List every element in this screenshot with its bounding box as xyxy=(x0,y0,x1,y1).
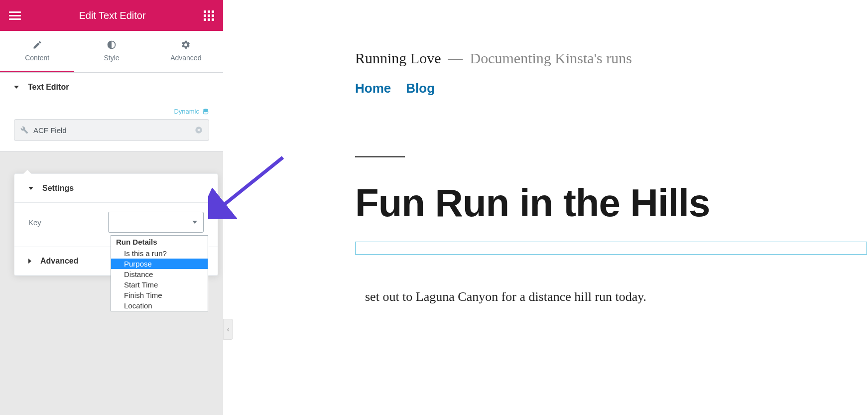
sidebar-header: Edit Text Editor xyxy=(0,0,223,31)
title-separator: — xyxy=(448,50,463,67)
dropdown-option[interactable]: Distance xyxy=(111,269,208,279)
dropdown-option[interactable]: Is this a run? xyxy=(111,248,208,259)
caret-down-icon xyxy=(14,86,19,89)
settings-label: Settings xyxy=(42,184,74,193)
tab-advanced-label: Advanced xyxy=(170,54,201,62)
site-title: Running Love xyxy=(355,50,441,67)
acf-field-text: ACF Field xyxy=(33,126,190,135)
settings-header[interactable]: Settings xyxy=(14,174,218,203)
divider xyxy=(355,156,405,157)
selected-widget[interactable] xyxy=(355,242,867,255)
key-label: Key xyxy=(28,218,98,227)
tab-content[interactable]: Content xyxy=(0,31,74,72)
section-text-editor-label: Text Editor xyxy=(28,83,69,92)
clear-icon[interactable] xyxy=(195,126,203,134)
caret-right-icon xyxy=(28,259,31,264)
tab-style[interactable]: Style xyxy=(74,31,148,72)
preview-area: Running Love — Documenting Kinsta's runs… xyxy=(223,0,868,415)
dropdown-option[interactable]: Location xyxy=(111,300,208,311)
sidebar-title: Edit Text Editor xyxy=(79,10,145,21)
acf-field-wrap: ACF Field xyxy=(0,119,223,151)
post-title: Fun Run in the Hills xyxy=(355,180,868,226)
widgets-grid-icon[interactable] xyxy=(204,10,214,21)
settings-advanced-label: Advanced xyxy=(40,257,78,266)
site-nav: Home Blog xyxy=(355,81,868,96)
post-body: set out to Laguna Canyon for a distance … xyxy=(365,289,868,304)
sidebar-tabs: Content Style Advanced xyxy=(0,31,223,73)
key-select[interactable] xyxy=(108,212,204,233)
nav-blog[interactable]: Blog xyxy=(406,81,435,96)
database-icon xyxy=(202,108,209,115)
contrast-icon xyxy=(107,40,117,50)
collapse-sidebar-handle[interactable]: ‹ xyxy=(223,319,233,340)
nav-home[interactable]: Home xyxy=(355,81,391,96)
acf-field-input[interactable]: ACF Field xyxy=(14,119,209,141)
dynamic-toggle[interactable]: Dynamic xyxy=(0,102,223,119)
wrench-icon xyxy=(20,126,28,134)
gear-icon xyxy=(181,40,191,50)
tab-content-label: Content xyxy=(25,54,49,62)
caret-down-icon xyxy=(192,221,197,224)
tab-advanced[interactable]: Advanced xyxy=(149,31,223,72)
key-dropdown: Run Details Is this a run? Purpose Dista… xyxy=(111,235,208,311)
section-text-editor-header[interactable]: Text Editor xyxy=(0,73,223,102)
dropdown-option[interactable]: Start Time xyxy=(111,279,208,290)
menu-icon[interactable] xyxy=(9,11,21,20)
section-text-editor: Text Editor Dynamic ACF Field xyxy=(0,73,223,151)
site-tagline: Documenting Kinsta's runs xyxy=(470,50,632,67)
dropdown-group-label: Run Details xyxy=(111,236,208,248)
dynamic-label: Dynamic xyxy=(174,108,199,115)
dropdown-option[interactable]: Finish Time xyxy=(111,290,208,300)
pencil-icon xyxy=(32,40,42,50)
caret-down-icon xyxy=(28,187,33,190)
dropdown-option[interactable]: Purpose xyxy=(111,259,208,269)
elementor-sidebar: Edit Text Editor Content Style Advanced … xyxy=(0,0,223,415)
site-header: Running Love — Documenting Kinsta's runs xyxy=(355,50,868,67)
tab-style-label: Style xyxy=(104,54,119,62)
